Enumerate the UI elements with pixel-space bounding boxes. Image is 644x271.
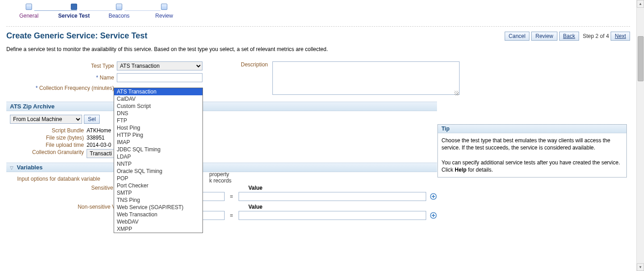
required-marker: * xyxy=(96,75,98,81)
wizard-step-label: Review xyxy=(155,13,173,19)
instruction-text: Define a service test to monitor the ava… xyxy=(6,46,630,52)
sensitive-value-input[interactable] xyxy=(239,192,426,201)
dropdown-option[interactable]: WebDAV xyxy=(114,218,202,224)
wizard-step-label: General xyxy=(19,13,39,19)
variables-header[interactable]: ▽ Variables xyxy=(6,163,437,172)
wizard-step-beacons[interactable]: Beacons xyxy=(97,4,142,19)
dropdown-option[interactable]: IMAP xyxy=(114,139,202,146)
collapse-triangle-icon[interactable]: ▽ xyxy=(10,165,14,170)
script-bundle-label: Script Bundle xyxy=(10,127,87,134)
dropdown-option[interactable]: SMTP xyxy=(114,189,202,196)
ats-zip-archive-header: ATS Zip Archive xyxy=(6,102,437,111)
add-row-icon[interactable] xyxy=(430,212,437,219)
divider xyxy=(6,26,630,27)
dropdown-option[interactable]: Host Ping xyxy=(114,124,202,131)
scroll-up-arrow-icon[interactable]: ▲ xyxy=(637,0,644,8)
section-title: Variables xyxy=(17,164,42,171)
test-type-dropdown-list[interactable]: ATS TransactionCalDAVCustom ScriptDNSFTP… xyxy=(114,88,203,224)
value-column-header: Value xyxy=(248,185,262,191)
file-upload-time-value: 2014-03-0 xyxy=(87,142,111,148)
equals-sign: = xyxy=(228,193,235,200)
step-indicator: Step 2 of 4 xyxy=(581,33,609,39)
dropdown-option[interactable]: HTTP Ping xyxy=(114,131,202,139)
dropdown-option[interactable]: Web Service (SOAP/REST) xyxy=(114,204,202,211)
collection-granularity-label: Collection Granularity xyxy=(10,149,87,158)
wizard-step-review[interactable]: Review xyxy=(142,4,187,19)
vertical-scrollbar[interactable]: ▲ ▼ xyxy=(636,0,644,224)
dropdown-option[interactable]: LDAP xyxy=(114,153,202,160)
scroll-thumb[interactable] xyxy=(638,36,644,81)
wizard-train: General Service Test Beacons Review xyxy=(6,4,630,19)
collection-frequency-label: * Collection Frequency (minutes) xyxy=(6,85,117,91)
file-size-value: 338951 xyxy=(87,135,105,141)
sensitive-values-label: Sensitive Value xyxy=(6,185,128,191)
file-size-label: File size (bytes) xyxy=(10,135,87,141)
dropdown-option[interactable]: Custom Script xyxy=(114,103,202,110)
variables-right-text-2: k records xyxy=(209,178,437,184)
value-column-header: Value xyxy=(248,204,262,210)
wizard-step-label: Service Test xyxy=(58,13,90,19)
test-type-label: Test Type xyxy=(6,63,117,69)
dropdown-option[interactable]: CalDAV xyxy=(114,95,202,103)
equals-sign: = xyxy=(228,212,235,219)
nonsensitive-values-label: Non-sensitive Values xyxy=(6,204,128,210)
script-bundle-value: ATKHome xyxy=(87,127,111,134)
add-row-icon[interactable] xyxy=(430,193,437,200)
name-input[interactable] xyxy=(117,73,202,82)
dropdown-option[interactable]: TNS Ping xyxy=(114,196,202,204)
tip-paragraph-1: Choose the test type that best emulates … xyxy=(442,137,623,151)
tip-panel: Tip Choose the test type that best emula… xyxy=(437,124,627,178)
back-button[interactable]: Back xyxy=(559,32,580,41)
variables-right-text-1: property xyxy=(209,171,437,178)
required-marker: * xyxy=(36,85,38,91)
nonsensitive-value-input[interactable] xyxy=(239,211,426,220)
dropdown-option[interactable]: JDBC SQL Timing xyxy=(114,146,202,153)
dropdown-option[interactable]: ATS Transaction xyxy=(114,88,202,95)
dropdown-option[interactable]: POP xyxy=(114,175,202,182)
resize-handle-icon[interactable] xyxy=(454,91,459,95)
help-link[interactable]: Help xyxy=(455,167,466,173)
wizard-step-service-test[interactable]: Service Test xyxy=(51,4,97,19)
name-label: * Name xyxy=(6,75,117,81)
dropdown-option[interactable]: Port Checker xyxy=(114,182,202,189)
dropdown-option[interactable]: Web Transaction xyxy=(114,211,202,218)
wizard-step-label: Beacons xyxy=(109,13,130,19)
cancel-button[interactable]: Cancel xyxy=(505,32,529,41)
file-upload-time-label: File upload time xyxy=(10,142,87,148)
test-type-select[interactable]: ATS Transaction xyxy=(117,61,202,70)
source-select[interactable]: From Local Machine xyxy=(10,115,82,124)
dropdown-option[interactable]: NNTP xyxy=(114,160,202,168)
review-button[interactable]: Review xyxy=(531,32,557,41)
select-file-button[interactable]: Sel xyxy=(84,115,100,124)
description-textarea[interactable] xyxy=(272,61,460,95)
dropdown-option[interactable]: Oracle SQL Timing xyxy=(114,168,202,175)
tip-paragraph-2: You can specify additional service tests… xyxy=(442,159,623,173)
next-button[interactable]: Next xyxy=(611,32,630,41)
section-title: ATS Zip Archive xyxy=(10,103,433,110)
description-label: Description xyxy=(241,61,268,68)
dropdown-option[interactable]: DNS xyxy=(114,110,202,117)
tip-title: Tip xyxy=(438,125,626,133)
wizard-step-general[interactable]: General xyxy=(6,4,51,19)
dropdown-option[interactable]: FTP xyxy=(114,117,202,124)
